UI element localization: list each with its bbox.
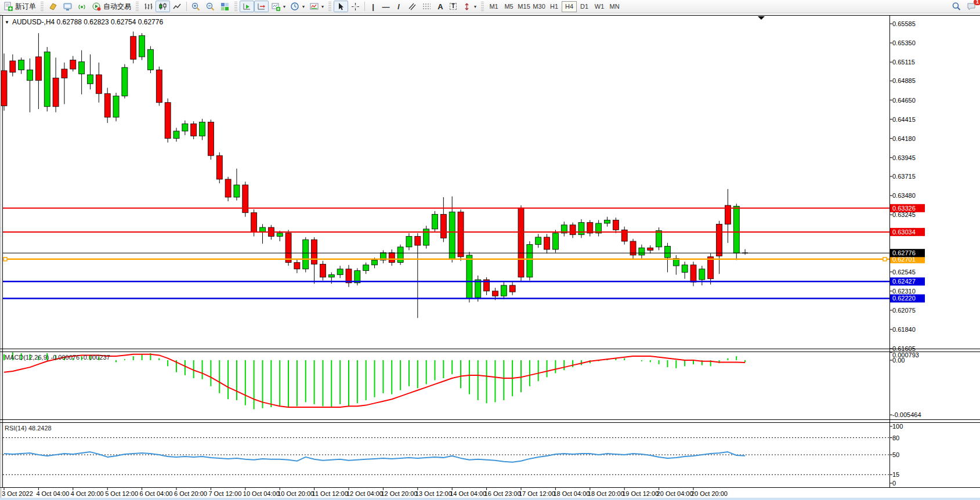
rsi-tick: 15 bbox=[892, 471, 899, 478]
auto-scroll-icon bbox=[242, 2, 252, 12]
chart-shift-button[interactable] bbox=[254, 1, 269, 12]
terminal-button[interactable] bbox=[60, 1, 75, 12]
time-label: 19 Oct 12:00 bbox=[622, 490, 659, 497]
channel-button[interactable] bbox=[405, 1, 420, 12]
rsi-tick: 100 bbox=[892, 423, 903, 430]
toolbar-grip[interactable] bbox=[481, 2, 484, 11]
timeframe-button-m5[interactable]: M5 bbox=[501, 1, 516, 12]
rsi-indicator-label: RSI(14) 48.2428 bbox=[5, 425, 52, 432]
timeframe-button-mn[interactable]: MN bbox=[607, 1, 622, 12]
dropdown-caret-icon: ▾ bbox=[283, 4, 285, 9]
price-tick: 0.63480 bbox=[892, 192, 916, 199]
price-tick: 0.65350 bbox=[892, 39, 916, 46]
level-price-label: 0.63326 bbox=[892, 205, 916, 212]
timeframe-button-w1[interactable]: W1 bbox=[592, 1, 607, 12]
vertical-line-button[interactable]: | bbox=[367, 1, 379, 12]
template-button[interactable]: ▾ bbox=[307, 1, 326, 12]
time-label: 16 Oct 23:00 bbox=[484, 490, 521, 497]
price-tick: 0.62545 bbox=[892, 269, 916, 276]
new-chart-icon bbox=[271, 2, 281, 12]
metaeditor-button[interactable] bbox=[46, 1, 60, 12]
toolbar-grip[interactable] bbox=[41, 2, 44, 11]
time-label: 4 Oct 20:00 bbox=[71, 490, 104, 497]
price-tick: 0.64180 bbox=[892, 135, 916, 142]
zoom-out-icon bbox=[205, 2, 215, 12]
label-button-glyph: T bbox=[450, 3, 457, 10]
time-label: 14 Oct 04:00 bbox=[450, 490, 486, 497]
price-tick: 0.64885 bbox=[892, 77, 916, 84]
vertical-line-button-glyph: | bbox=[372, 3, 374, 10]
timeframe-button-h4[interactable]: H4 bbox=[562, 1, 577, 12]
status-strip bbox=[0, 498, 980, 500]
new-chart-button[interactable]: ▾ bbox=[269, 1, 288, 12]
macd-indicator-label: MACD(12,26,9) -0.000076 -0.000237 bbox=[5, 354, 110, 361]
time-label: 6 Oct 20:00 bbox=[174, 490, 207, 497]
price-tick: 0.63245 bbox=[892, 211, 916, 218]
signals-button[interactable] bbox=[75, 1, 89, 12]
timeframe-button-m30[interactable]: M30 bbox=[531, 1, 547, 12]
toolbar-grip[interactable] bbox=[328, 2, 331, 11]
arrows-button[interactable]: ▾ bbox=[460, 1, 479, 12]
chart-canvas[interactable]: 0.655850.653500.651150.648850.646500.644… bbox=[0, 0, 980, 500]
metaeditor-icon bbox=[48, 2, 58, 12]
mt4-terminal: { "toolbar": { "notification_count": "1"… bbox=[0, 0, 980, 500]
timeframe-button-m15[interactable]: M15 bbox=[516, 1, 531, 12]
horizontal-line-button[interactable]: — bbox=[379, 1, 392, 12]
notifications-button[interactable]: 1 bbox=[964, 1, 979, 12]
time-label: 10 Oct 04:00 bbox=[243, 490, 280, 497]
clock-icon bbox=[290, 2, 300, 12]
price-tick: 0.62075 bbox=[892, 307, 916, 314]
trendline-button[interactable]: / bbox=[392, 1, 405, 12]
new-order-button[interactable]: 新订单 bbox=[1, 1, 38, 12]
period-button[interactable]: ▾ bbox=[288, 1, 307, 12]
crosshair-button[interactable] bbox=[348, 1, 363, 12]
arrows-icon bbox=[462, 2, 472, 12]
autotrading-button[interactable]: 自动交易 bbox=[89, 1, 133, 12]
timeframe-button-d1[interactable]: D1 bbox=[577, 1, 592, 12]
toolbar-grip[interactable] bbox=[234, 2, 237, 11]
fibo-icon bbox=[422, 2, 432, 12]
macd-tick: -0.005464 bbox=[892, 411, 921, 418]
autotrading-button-label: 自动交易 bbox=[103, 2, 131, 12]
price-tick: 0.64650 bbox=[892, 97, 916, 104]
price-tick: 0.65585 bbox=[892, 20, 916, 27]
chart-title-collapse-icon[interactable]: ▼ bbox=[5, 20, 9, 25]
zoom-in-button[interactable] bbox=[189, 1, 203, 12]
new-order-button-label: 新订单 bbox=[15, 2, 36, 12]
time-label: 12 Oct 20:00 bbox=[381, 490, 417, 497]
toolbar-grip[interactable] bbox=[136, 2, 139, 11]
main-toolbar: 新订单自动交易▾▾▾|—/AT▾M1M5M15M30H1H4D1W1MN1 bbox=[0, 0, 980, 13]
tile-icon bbox=[220, 2, 230, 12]
terminal-icon bbox=[63, 2, 73, 12]
time-label: 5 Oct 12:00 bbox=[105, 490, 138, 497]
price-tick: 0.63715 bbox=[892, 173, 916, 180]
zoom-out-button[interactable] bbox=[203, 1, 218, 12]
time-label: 10 Oct 20:00 bbox=[277, 490, 314, 497]
cursor-button[interactable] bbox=[334, 1, 348, 12]
text-button[interactable]: A bbox=[434, 1, 447, 12]
tile-windows-button[interactable] bbox=[218, 1, 232, 12]
price-tick: 0.62310 bbox=[892, 288, 916, 295]
time-label: 6 Oct 04:00 bbox=[140, 490, 173, 497]
timeframe-button-h1[interactable]: H1 bbox=[547, 1, 562, 12]
price-tick: 0.63945 bbox=[892, 154, 916, 161]
timeframe-button-m1[interactable]: M1 bbox=[486, 1, 501, 12]
price-tick: 0.61840 bbox=[892, 326, 916, 333]
candle-chart-button[interactable] bbox=[156, 1, 170, 12]
search-button[interactable] bbox=[949, 1, 964, 12]
label-button[interactable]: T bbox=[447, 1, 460, 12]
trendline-button-glyph: / bbox=[397, 3, 400, 10]
level-price-label: 0.63034 bbox=[892, 229, 916, 235]
auto-scroll-button[interactable] bbox=[240, 1, 254, 12]
time-label: 18 Oct 20:00 bbox=[588, 490, 624, 497]
line-chart-button[interactable] bbox=[170, 1, 185, 12]
level-price-label: 0.62776 bbox=[892, 249, 916, 256]
chart-shift-icon bbox=[256, 2, 266, 12]
time-label: 4 Oct 04:00 bbox=[36, 490, 69, 497]
new-order-icon bbox=[3, 2, 13, 12]
cursor-icon bbox=[336, 2, 346, 12]
line-icon bbox=[172, 2, 182, 12]
bar-chart-button[interactable] bbox=[141, 1, 156, 12]
fibonacci-button[interactable] bbox=[420, 1, 434, 12]
level-price-label: 0.62220 bbox=[892, 295, 916, 302]
